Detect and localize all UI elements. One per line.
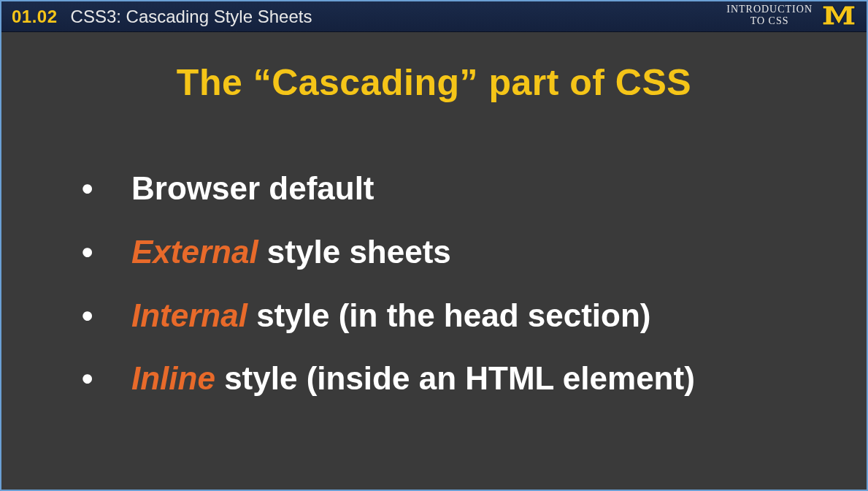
bullet-text: style (inside an HTML element) <box>215 360 695 396</box>
emphasis-text: External <box>131 234 258 270</box>
michigan-logo-icon <box>821 3 856 28</box>
slide-title: The “Cascading” part of CSS <box>60 61 808 104</box>
bullet-text: Browser default <box>131 170 375 206</box>
slide-content: The “Cascading” part of CSS Browser defa… <box>1 32 867 398</box>
course-label: INTRODUCTION TO CSS <box>726 4 813 27</box>
list-item: Browser default <box>82 170 808 208</box>
course-line-2: TO CSS <box>726 15 813 27</box>
bullet-text: style sheets <box>258 234 451 270</box>
header-bar: 01.02 CSS3: Cascading Style Sheets INTRO… <box>1 1 867 32</box>
bullet-list: Browser default External style sheets In… <box>60 170 808 398</box>
list-item: External style sheets <box>82 233 808 272</box>
bullet-text: style (in the head section) <box>247 297 651 333</box>
emphasis-text: Internal <box>131 297 247 333</box>
header-right: INTRODUCTION TO CSS <box>726 3 856 28</box>
list-item: Inline style (inside an HTML element) <box>82 359 808 398</box>
emphasis-text: Inline <box>131 360 215 396</box>
header-title: CSS3: Cascading Style Sheets <box>71 7 312 27</box>
course-line-1: INTRODUCTION <box>726 4 813 15</box>
list-item: Internal style (in the head section) <box>82 297 808 335</box>
slide-number: 01.02 <box>12 7 58 27</box>
